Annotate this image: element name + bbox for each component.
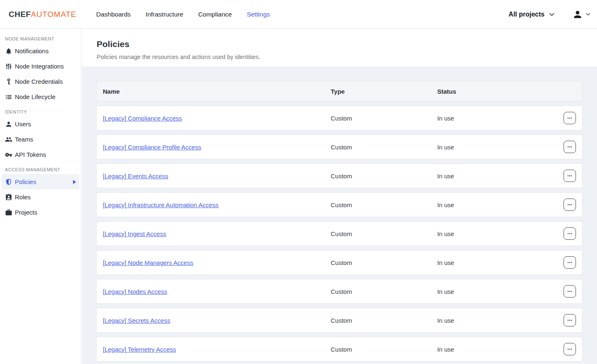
policy-link[interactable]: [Legacy] Infrastructure Automation Acces… (103, 201, 218, 208)
policy-type: Custom (331, 144, 437, 151)
policy-type: Custom (331, 173, 437, 180)
policy-link[interactable]: [Legacy] Compliance Profile Access (103, 144, 201, 151)
main-nav: Dashboards Infrastructure Compliance Set… (81, 11, 270, 18)
sidebar-item-label: Users (15, 121, 31, 128)
policy-link[interactable]: [Legacy] Compliance Access (103, 115, 182, 122)
logo-chef: CHEF (9, 10, 31, 19)
table-row: [Legacy] Secrets Access Custom In use (96, 308, 583, 333)
policy-status: In use (437, 144, 564, 151)
row-menu-button[interactable] (564, 227, 576, 240)
policy-type: Custom (331, 259, 437, 266)
sidebar-item-label: Teams (15, 136, 33, 143)
list-icon (5, 93, 12, 101)
table-row: [Legacy] Telemetry Access Custom In use (96, 337, 583, 362)
main-content: Policies Policies manage the resources a… (82, 29, 597, 364)
column-header-name: Name (97, 88, 331, 95)
expand-arrow-icon (73, 180, 76, 184)
table-header-row: Name Type Status (96, 81, 583, 102)
policy-link[interactable]: [Legacy] Telemetry Access (103, 346, 176, 353)
logo-automate: AUTOMATE (31, 10, 76, 19)
sidebar-item-teams[interactable]: Teams (2, 132, 79, 147)
sidebar-item-label: Node Lifecycle (15, 93, 55, 100)
row-menu-button[interactable] (564, 285, 576, 298)
nav-settings[interactable]: Settings (247, 11, 270, 18)
policy-link[interactable]: [Legacy] Node Managers Access (103, 259, 193, 266)
ellipsis-icon (567, 348, 572, 350)
row-menu-button[interactable] (564, 141, 576, 153)
row-menu-button[interactable] (564, 256, 576, 269)
chevron-down-icon (549, 13, 554, 16)
sidebar-item-label: Policies (15, 178, 36, 185)
sidebar-item-users[interactable]: Users (2, 116, 79, 132)
briefcase-icon (5, 209, 12, 216)
policy-status: In use (437, 317, 564, 324)
row-menu-button[interactable] (564, 314, 576, 326)
sidebar-item-projects[interactable]: Projects (2, 205, 79, 220)
user-avatar-icon (572, 9, 583, 20)
sidebar-item-node-integrations[interactable]: Node Integrations (2, 59, 79, 74)
table-row: [Legacy] Ingest Access Custom In use (96, 221, 583, 246)
sidebar-section-access-management: ACCESS MANAGEMENT (0, 166, 81, 174)
page-title: Policies (97, 39, 582, 49)
ellipsis-icon (567, 175, 572, 177)
row-menu-button[interactable] (564, 112, 576, 124)
policy-status: In use (437, 201, 564, 208)
policy-link[interactable]: [Legacy] Secrets Access (103, 317, 170, 324)
column-header-status: Status (437, 88, 582, 95)
nav-dashboards[interactable]: Dashboards (96, 11, 131, 18)
shield-icon (5, 178, 12, 186)
key-icon (5, 151, 12, 158)
chevron-down-icon (586, 13, 590, 16)
policy-link[interactable]: [Legacy] Events Access (103, 173, 168, 180)
key-vertical-icon (5, 78, 12, 85)
sidebar-item-node-lifecycle[interactable]: Node Lifecycle (2, 89, 79, 104)
policy-status: In use (437, 346, 564, 353)
column-header-type: Type (331, 88, 437, 95)
ellipsis-icon (567, 319, 572, 321)
policy-link[interactable]: [Legacy] Nodes Access (103, 288, 167, 295)
sidebar-item-node-credentials[interactable]: Node Credentials (2, 74, 79, 89)
ellipsis-icon (567, 233, 572, 234)
policy-status: In use (437, 288, 564, 295)
sidebar-item-label: Notifications (15, 47, 49, 54)
nav-infrastructure[interactable]: Infrastructure (146, 11, 183, 18)
sidebar-item-label: Node Integrations (15, 63, 64, 70)
projects-dropdown-label: All projects (509, 11, 545, 18)
sidebar-item-label: Roles (15, 194, 31, 201)
ellipsis-icon (567, 262, 572, 263)
settings-sidebar: NODE MANAGEMENT Notifications Node Integ… (0, 29, 81, 364)
bell-icon (5, 47, 12, 55)
table-row: [Legacy] Node Managers Access Custom In … (96, 250, 583, 275)
sidebar-item-roles[interactable]: Roles (2, 189, 79, 205)
policy-status: In use (437, 115, 564, 122)
policy-type: Custom (331, 201, 437, 208)
policy-type: Custom (331, 317, 437, 324)
projects-dropdown[interactable]: All projects (509, 11, 554, 18)
policy-link[interactable]: [Legacy] Ingest Access (103, 230, 166, 237)
row-menu-button[interactable] (564, 170, 576, 182)
row-menu-button[interactable] (564, 199, 576, 211)
sidebar-item-label: API Tokens (15, 151, 46, 158)
badge-icon (5, 194, 12, 201)
person-icon (5, 121, 12, 128)
user-menu[interactable] (572, 9, 590, 20)
sidebar-item-notifications[interactable]: Notifications (2, 43, 79, 59)
policy-status: In use (437, 230, 564, 237)
ellipsis-icon (567, 204, 572, 206)
policy-type: Custom (331, 230, 437, 237)
table-row: [Legacy] Events Access Custom In use (96, 163, 583, 188)
policy-type: Custom (331, 288, 437, 295)
table-row: [Legacy] Compliance Profile Access Custo… (96, 135, 583, 159)
sidebar-item-label: Projects (15, 209, 37, 216)
row-menu-button[interactable] (564, 343, 576, 355)
people-icon (5, 136, 12, 143)
nav-compliance[interactable]: Compliance (198, 11, 232, 18)
sidebar-item-api-tokens[interactable]: API Tokens (2, 147, 79, 162)
sidebar-item-policies[interactable]: Policies (2, 174, 79, 189)
chef-automate-logo[interactable]: CHEFAUTOMATE (0, 10, 81, 19)
ellipsis-icon (567, 291, 572, 292)
table-row: [Legacy] Nodes Access Custom In use (96, 279, 583, 304)
sidebar-item-label: Node Credentials (15, 78, 63, 85)
top-navigation: CHEFAUTOMATE Dashboards Infrastructure C… (0, 0, 597, 29)
sidebar-section-node-management: NODE MANAGEMENT (0, 35, 81, 43)
